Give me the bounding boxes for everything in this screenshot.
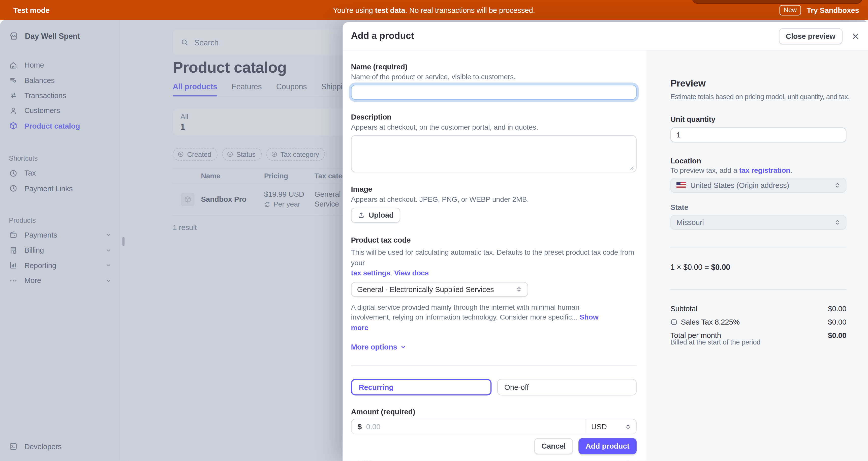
state-label: State [671, 203, 846, 211]
location-label: Location [671, 157, 846, 165]
tax-code-field-group: Product tax code This will be used for c… [351, 236, 637, 333]
modal-title: Add a product [351, 30, 414, 41]
recurring-button[interactable]: Recurring [351, 379, 492, 396]
new-badge: New [779, 5, 801, 16]
total-value: $0.00 [828, 331, 846, 340]
dropdown-shadow-artifact [692, 0, 863, 4]
description-label: Description [351, 113, 637, 121]
chevron-updown-icon [834, 220, 840, 226]
tax-code-label: Product tax code [351, 236, 637, 244]
subtotal-row: Subtotal $0.00 [671, 305, 846, 313]
modal-footer: Cancel Add product [343, 427, 647, 461]
state-group: State Missouri [671, 203, 846, 230]
state-select[interactable]: Missouri [671, 215, 846, 230]
close-preview-button[interactable]: Close preview [778, 28, 842, 44]
totals-summary: Subtotal $0.00 Sales Tax 8.225% $0.00 To… [671, 305, 846, 346]
add-product-button[interactable]: Add product [579, 438, 637, 454]
location-group: Location To preview tax, add a tax regis… [671, 157, 846, 193]
preview-title: Preview [671, 78, 851, 89]
unit-quantity-input[interactable] [671, 127, 846, 142]
description-field-group: Description Appears at checkout, on the … [351, 113, 637, 172]
test-data-message: You're using test data. No real transact… [0, 6, 868, 14]
image-field-group: Image Appears at checkout. JPEG, PNG, or… [351, 185, 637, 223]
tax-registration-link[interactable]: tax registration [739, 166, 790, 174]
info-icon[interactable] [671, 318, 678, 326]
upload-icon [358, 211, 365, 219]
preview-divider [671, 289, 846, 290]
form-divider [351, 365, 637, 366]
pricing-model-toggle: Recurring One-off [351, 379, 637, 396]
resize-handle-icon[interactable] [629, 165, 634, 170]
one-off-button[interactable]: One-off [497, 379, 637, 396]
name-label: Name (required) [351, 62, 637, 71]
tax-settings-link[interactable]: tax settings [351, 268, 391, 277]
sales-tax-value: $0.00 [828, 318, 846, 326]
add-product-modal: Add a product Close preview Name (requir… [343, 22, 868, 461]
cancel-button[interactable]: Cancel [534, 438, 573, 454]
more-options-toggle[interactable]: More options [351, 343, 637, 351]
try-sandboxes-button[interactable]: Try Sandboxes [807, 6, 859, 14]
upload-button[interactable]: Upload [351, 208, 401, 223]
add-product-form: Name (required) Name of the product or s… [343, 51, 647, 461]
chevron-down-icon [400, 344, 407, 351]
preview-divider [671, 248, 846, 248]
chevron-updown-icon [516, 286, 522, 292]
name-input[interactable] [351, 85, 637, 99]
billing-note: Billed at the start of the period [671, 339, 846, 346]
close-icon[interactable] [851, 32, 860, 40]
unit-quantity-group: Unit quantity [671, 115, 846, 143]
name-field-group: Name (required) Name of the product or s… [351, 62, 637, 99]
subtotal-value: $0.00 [828, 305, 846, 313]
description-textarea[interactable] [351, 135, 637, 172]
amount-label: Amount (required) [351, 408, 637, 416]
chevron-updown-icon [834, 182, 840, 189]
tax-code-description: A digital service provided mainly throug… [351, 302, 611, 333]
tax-code-select[interactable]: General - Electronically Supplied Servic… [351, 282, 528, 296]
line-item-calc: 1 × $0.00 = $0.00 [671, 262, 851, 271]
view-docs-link[interactable]: View docs [394, 268, 429, 277]
preview-panel: Preview Estimate totals based on pricing… [647, 51, 868, 461]
us-flag-icon [677, 182, 686, 189]
sales-tax-row: Sales Tax 8.225% $0.00 [671, 318, 846, 326]
unit-quantity-label: Unit quantity [671, 115, 846, 123]
country-select[interactable]: United States (Origin address) [671, 178, 846, 193]
preview-subtitle: Estimate totals based on pricing model, … [671, 93, 851, 101]
test-mode-banner: Test mode You're using test data. No rea… [0, 0, 868, 20]
image-label: Image [351, 185, 637, 194]
